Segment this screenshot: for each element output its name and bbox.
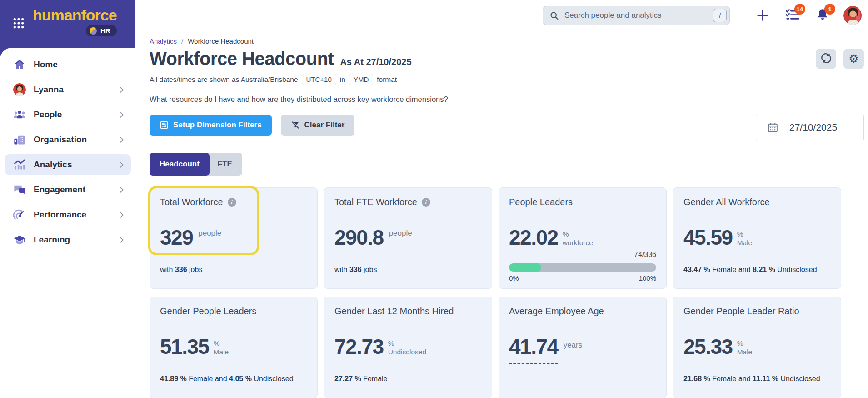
filter-sliders-icon xyxy=(160,121,169,130)
card-title: Total Workforce xyxy=(160,197,223,207)
search-icon xyxy=(549,11,559,20)
card-footnote: with 336 jobs xyxy=(334,266,377,274)
clear-filter-button[interactable]: Clear Filter xyxy=(281,115,355,136)
hr-badge: HR xyxy=(86,25,117,36)
sidebar-item-lyanna[interactable]: Lyanna xyxy=(5,79,131,100)
refresh-button[interactable] xyxy=(816,49,836,69)
card-title: Gender People Leader Ratio xyxy=(683,306,799,317)
metric-unit: % Male xyxy=(737,339,753,357)
sidebar: humanforce HR Home xyxy=(0,0,135,398)
metric-unit: % Male xyxy=(737,230,753,247)
date-picker[interactable]: 27/10/2025 xyxy=(756,114,864,141)
metric-value: 22.02 xyxy=(509,225,558,250)
metric-value: 45.59 xyxy=(683,225,733,250)
slash-shortcut-hint: / xyxy=(713,9,727,22)
info-icon[interactable]: i xyxy=(422,198,430,207)
timezone-text: in xyxy=(340,76,345,84)
metric-value: 72.73 xyxy=(334,334,384,359)
learning-icon xyxy=(13,233,26,247)
hr-badge-icon xyxy=(90,27,97,35)
metric-value: 25.33 xyxy=(683,334,733,359)
progress-scale: 0% 100% xyxy=(509,274,656,282)
metric-value: 290.8 xyxy=(334,225,384,250)
analytics-icon xyxy=(13,158,26,171)
sidebar-item-performance[interactable]: Performance xyxy=(5,204,131,225)
card-gender-people-leader-ratio[interactable]: Gender People Leader Ratio 25.33 % Male … xyxy=(673,297,841,398)
card-title: Gender Last 12 Months Hired xyxy=(334,306,454,317)
tab-headcount[interactable]: Headcount xyxy=(150,153,210,176)
metric-value: 41.74 xyxy=(509,334,558,364)
timezone-text: format xyxy=(377,76,397,84)
card-footnote: 27.27 % Female xyxy=(334,375,388,383)
card-title: Gender People Leaders xyxy=(160,306,256,317)
refresh-icon xyxy=(820,52,832,66)
date-value: 27/10/2025 xyxy=(789,122,837,133)
card-gender-people-leaders[interactable]: Gender People Leaders 51.35 % Male 41.89… xyxy=(150,297,318,398)
leaders-ratio: 74/336 xyxy=(634,251,656,259)
calendar-icon xyxy=(767,122,778,133)
date-format-chip: YMD xyxy=(349,74,373,85)
people-icon xyxy=(13,108,26,121)
chevron-right-icon xyxy=(118,112,124,118)
page-title: Workforce Headcount xyxy=(150,49,334,69)
tasks-count-badge: 14 xyxy=(794,4,805,15)
card-title: Gender All Workforce xyxy=(683,197,770,207)
view-tabs: Headcount FTE xyxy=(150,153,864,176)
sidebar-item-home[interactable]: Home xyxy=(5,54,131,75)
breadcrumb-current: Workforce Headcount xyxy=(188,37,254,45)
card-title: Total FTE Workforce xyxy=(334,197,417,207)
sidebar-item-organisation[interactable]: Organisation xyxy=(5,129,131,150)
home-icon xyxy=(13,58,26,71)
card-gender-last-12-months-hired[interactable]: Gender Last 12 Months Hired 72.73 % Undi… xyxy=(324,297,492,398)
page-content: Analytics / Workforce Headcount Workforc… xyxy=(135,31,868,398)
progress-fill xyxy=(509,263,541,272)
metric-value: 51.35 xyxy=(160,334,209,359)
card-average-employee-age[interactable]: Average Employee Age 41.74 years xyxy=(499,297,667,398)
sidebar-item-engagement[interactable]: Engagement xyxy=(5,179,131,200)
card-people-leaders[interactable]: People Leaders 22.02 % workforce 74/336 xyxy=(499,187,667,289)
card-total-workforce[interactable]: Total Workforce i 329 people with 336 jo… xyxy=(150,187,318,289)
add-button[interactable] xyxy=(753,6,772,25)
card-title: Average Employee Age xyxy=(509,306,604,317)
breadcrumb-analytics-link[interactable]: Analytics xyxy=(150,37,177,45)
filter-off-icon xyxy=(291,121,300,130)
info-icon[interactable]: i xyxy=(228,198,236,207)
card-footnote: 43.47 % Female and 8.21 % Undisclosed xyxy=(683,266,817,274)
tab-fte[interactable]: FTE xyxy=(208,153,242,176)
notifications-count-badge: 1 xyxy=(824,4,835,15)
sidebar-nav: Home Lyanna xyxy=(0,48,135,398)
actions-row: Setup Dimension Filters Clear Filter xyxy=(150,115,864,141)
card-gender-all-workforce[interactable]: Gender All Workforce 45.59 % Male 43.47 … xyxy=(673,187,841,289)
breadcrumb-separator: / xyxy=(181,37,183,45)
card-footnote: 21.68 % Female and 11.11 % Undisclosed xyxy=(683,375,820,383)
profile-avatar[interactable] xyxy=(843,6,862,25)
chevron-right-icon xyxy=(118,162,124,168)
topbar: / 14 xyxy=(135,0,868,31)
setup-dimension-filters-button[interactable]: Setup Dimension Filters xyxy=(150,115,272,136)
logo-text: humanforce xyxy=(33,6,117,24)
chevron-right-icon xyxy=(118,187,124,193)
main-area: / 14 xyxy=(135,0,868,398)
chevron-right-icon xyxy=(118,212,124,218)
breadcrumb: Analytics / Workforce Headcount xyxy=(150,37,864,45)
gear-icon: ⚙ xyxy=(848,53,858,65)
card-title: People Leaders xyxy=(509,197,573,207)
settings-button[interactable]: ⚙ xyxy=(843,49,864,69)
search-input[interactable] xyxy=(564,11,713,20)
app-launcher-icon[interactable] xyxy=(13,17,25,31)
sidebar-item-people[interactable]: People xyxy=(5,104,131,125)
as-at-date: As At 27/10/2025 xyxy=(340,57,411,67)
tasks-button[interactable]: 14 xyxy=(783,6,802,25)
metric-unit: people xyxy=(389,229,412,238)
notifications-button[interactable]: 1 xyxy=(813,6,832,25)
logo[interactable]: humanforce HR xyxy=(33,6,117,36)
title-row: Workforce Headcount As At 27/10/2025 ⚙ xyxy=(150,49,864,69)
sidebar-item-learning[interactable]: Learning xyxy=(5,229,131,250)
card-footnote: 41.89 % Female and 4.05 % Undisclosed xyxy=(160,375,294,383)
global-search[interactable]: / xyxy=(543,6,730,25)
utc-chip: UTC+10 xyxy=(302,74,336,85)
metric-unit: years xyxy=(564,341,583,350)
card-total-fte-workforce[interactable]: Total FTE Workforce i 290.8 people with … xyxy=(324,187,492,289)
sidebar-item-analytics[interactable]: Analytics xyxy=(5,154,131,175)
performance-icon xyxy=(13,208,26,222)
